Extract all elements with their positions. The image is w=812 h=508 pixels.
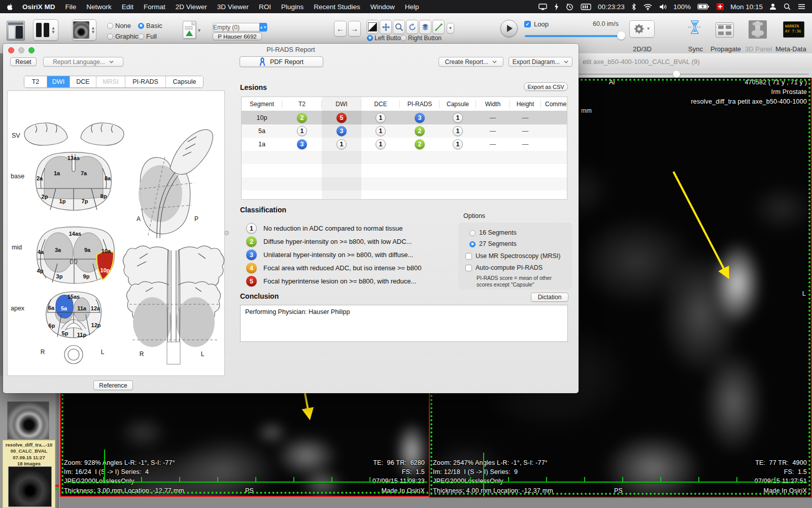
apple-menu-icon[interactable] bbox=[3, 3, 17, 11]
battery-charging-icon[interactable] bbox=[694, 4, 713, 10]
score-badge: 3 bbox=[297, 139, 307, 149]
svg-text:10p: 10p bbox=[100, 267, 110, 273]
lesions-table[interactable]: Segment T2 DWI DCE PI-RADS Capsule Width… bbox=[241, 97, 567, 200]
svg-text:3p: 3p bbox=[56, 273, 63, 279]
tool-dropdown-icon[interactable]: ▼ bbox=[447, 23, 454, 34]
time-machine-icon[interactable] bbox=[562, 3, 577, 11]
menu-item-network[interactable]: Network bbox=[81, 3, 117, 11]
left-button-radio[interactable] bbox=[367, 35, 373, 41]
tab-t2[interactable]: T2 bbox=[24, 76, 47, 87]
user-button[interactable]: P Hauser 6692 bbox=[213, 33, 262, 40]
lesion-row-1a[interactable]: 1a 3 1 1 2 1 — — bbox=[242, 138, 567, 151]
fs-line: FS: 1.5 bbox=[784, 468, 807, 475]
menu-item-roi[interactable]: ROI bbox=[254, 3, 276, 11]
reset-button[interactable]: Reset bbox=[10, 57, 37, 66]
user-icon[interactable] bbox=[766, 3, 780, 10]
menu-item-window[interactable]: Window bbox=[365, 3, 400, 11]
notification-center-icon[interactable] bbox=[794, 4, 809, 10]
tab-pirads[interactable]: PI-RADS bbox=[125, 76, 166, 87]
sync-icon[interactable] bbox=[688, 20, 701, 38]
bolt-icon[interactable] bbox=[551, 3, 562, 11]
conclusion-textarea[interactable]: Performing Physician: Hauser Philipp bbox=[240, 305, 568, 342]
bluetooth-icon[interactable] bbox=[628, 3, 640, 11]
annotation-arrow-left[interactable] bbox=[298, 388, 319, 426]
report-language-popup[interactable]: Report Language... bbox=[43, 57, 123, 67]
tab-dce[interactable]: DCE bbox=[70, 76, 96, 87]
annotations-none-radio[interactable] bbox=[107, 23, 113, 29]
meta-data-icon[interactable]: WARNIN AY 7:36 bbox=[783, 21, 804, 38]
annotations-basic-radio[interactable] bbox=[138, 23, 144, 29]
spotlight-search-icon[interactable] bbox=[780, 3, 794, 10]
annotations-full-radio[interactable] bbox=[138, 34, 144, 40]
score-3-badge: 3 bbox=[246, 249, 257, 260]
menu-item-plugins[interactable]: Plugins bbox=[276, 3, 309, 11]
report-document-icon[interactable] bbox=[183, 21, 196, 39]
menu-item-help[interactable]: Help bbox=[400, 3, 424, 11]
annotation-arrow-right[interactable] bbox=[667, 167, 738, 286]
lesion-row-5a[interactable]: 5a 1 3 1 2 1 — — bbox=[242, 124, 567, 138]
report-chevron-icon[interactable]: ▼ bbox=[197, 28, 201, 33]
airplay-icon[interactable] bbox=[535, 4, 551, 10]
reference-button[interactable]: Reference bbox=[93, 380, 133, 390]
right-button-radio[interactable] bbox=[400, 35, 407, 41]
menu-item-3d-viewer[interactable]: 3D Viewer bbox=[212, 3, 254, 11]
series-layout-selector[interactable]: ▲▼ bbox=[33, 19, 58, 41]
measure-tool-icon[interactable] bbox=[432, 20, 445, 34]
meta-data-label: Meta-Data bbox=[775, 45, 806, 53]
zoom-window-button[interactable] bbox=[28, 47, 35, 53]
next-image-button[interactable]: → bbox=[348, 21, 361, 37]
swiss-flag-icon[interactable] bbox=[713, 3, 727, 10]
sidebar-scrollbar[interactable] bbox=[55, 376, 59, 508]
prostate-diagram-panel[interactable]: SV base mid apex 13as 1a 7a 2a 8a 2p bbox=[7, 90, 225, 376]
zoom-angles-line: Zoom: 928% Angles L-R: -1°, S-I: -77° bbox=[64, 459, 175, 466]
svg-text:14as: 14as bbox=[69, 231, 81, 237]
stack-tool-icon[interactable] bbox=[419, 20, 431, 34]
speed-slider-knob[interactable] bbox=[617, 31, 625, 40]
splitter-handle[interactable] bbox=[224, 231, 229, 235]
image-layout-selector[interactable]: ▲▼ bbox=[72, 19, 96, 41]
previous-image-button[interactable]: ← bbox=[334, 21, 347, 37]
close-button[interactable] bbox=[8, 47, 14, 53]
window-thumbnail-icon[interactable] bbox=[7, 21, 25, 41]
pdf-report-button[interactable]: PDF Report bbox=[240, 56, 323, 67]
loop-checkbox[interactable]: ✓ bbox=[524, 21, 531, 27]
wifi-icon[interactable] bbox=[640, 4, 656, 10]
auto-pirads-checkbox[interactable] bbox=[465, 265, 472, 271]
mrsi-checkbox[interactable] bbox=[465, 253, 472, 260]
annotations-graphic-radio[interactable] bbox=[107, 34, 113, 40]
menu-item-edit[interactable]: Edit bbox=[117, 3, 139, 11]
zoom-tool-icon[interactable] bbox=[393, 20, 405, 34]
segments-27-radio[interactable] bbox=[469, 241, 476, 247]
segments-16-radio[interactable] bbox=[469, 230, 476, 236]
menu-app-name[interactable]: OsiriX MD bbox=[17, 3, 60, 11]
menu-clock[interactable]: Mon 10:15 bbox=[727, 3, 766, 11]
tab-capsule[interactable]: Capsule bbox=[166, 76, 203, 87]
battery-timer-icon[interactable] bbox=[577, 4, 595, 10]
study-name: Irm Prostate bbox=[771, 88, 807, 96]
propagate-icon[interactable] bbox=[716, 22, 734, 38]
empty-row bbox=[242, 164, 567, 177]
tab-dwi[interactable]: DWI bbox=[47, 76, 70, 87]
series-thumbnail-adc[interactable] bbox=[7, 401, 49, 439]
mrsi-label: Use MR Spectroscopy (MRSI) bbox=[476, 252, 560, 260]
workflow-popup[interactable]: Empty (0) ▲▼ bbox=[213, 23, 267, 31]
menu-item-recent-studies[interactable]: Recent Studies bbox=[309, 3, 365, 11]
rotate-tool-icon[interactable] bbox=[406, 20, 418, 34]
series-card-selected[interactable]: resolve_diff_tra...-10 00_CALC_BVAL 07.0… bbox=[3, 440, 55, 508]
score-badge: 1 bbox=[453, 113, 463, 123]
export-diagram-popup[interactable]: Export Diagram... bbox=[509, 57, 572, 67]
window-level-tool-icon[interactable] bbox=[366, 20, 379, 34]
menu-item-2d-viewer[interactable]: 2D Viewer bbox=[171, 3, 212, 11]
menu-item-format[interactable]: Format bbox=[139, 3, 171, 11]
volume-icon[interactable] bbox=[656, 4, 670, 10]
settings-gear-button[interactable]: ▼ bbox=[629, 20, 655, 38]
export-csv-button[interactable]: Export as CSV bbox=[524, 82, 568, 91]
menu-item-file[interactable]: File bbox=[60, 3, 82, 11]
image-position-knob[interactable] bbox=[673, 71, 680, 78]
play-button[interactable] bbox=[500, 20, 518, 37]
create-report-popup[interactable]: Create Report... bbox=[438, 57, 503, 67]
dictation-button[interactable]: Dictation bbox=[531, 293, 568, 302]
speed-slider-track[interactable] bbox=[525, 35, 621, 37]
lesion-row-10p[interactable]: 10p 2 5 1 3 1 — — bbox=[242, 111, 567, 124]
pan-tool-icon[interactable] bbox=[380, 20, 392, 34]
